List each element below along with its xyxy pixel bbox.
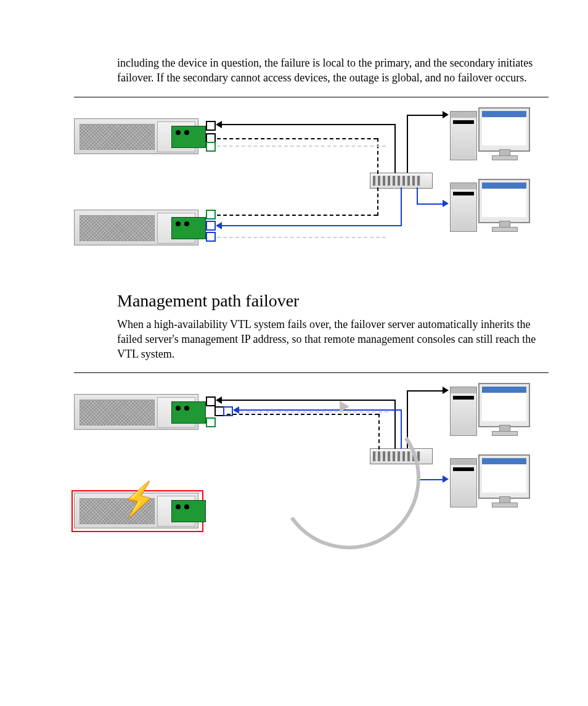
figure-after-failover: ⚡ (74, 382, 549, 554)
arrow-to-ws-bottom-blue-2 (443, 475, 449, 483)
arrow-to-ws-bottom-blue (443, 200, 449, 207)
arrow-to-surviving (216, 396, 222, 404)
wire-primary-h1 (222, 124, 394, 125)
port-secondary-3 (206, 232, 216, 242)
arrow-to-ws-top (443, 111, 449, 118)
standby-line-bottom (217, 237, 386, 238)
wire-primary-v1 (394, 124, 396, 173)
wire2-h2 (407, 390, 444, 392)
wire-blue-h2 (417, 203, 444, 205)
wire-switch-top-v (407, 115, 408, 173)
arrow-to-primary (216, 121, 222, 128)
standby-line-top (217, 146, 386, 147)
mgmt-paragraph: When a high-availability VTL system fail… (117, 317, 551, 362)
heartbeat-top (217, 138, 377, 139)
wire2-blue-h1 (239, 409, 401, 411)
nic-card-primary (171, 126, 206, 148)
workstation-bottom-2 (450, 454, 530, 510)
wire-blue-v2 (417, 187, 418, 205)
wire2-blue-h2 (417, 479, 444, 480)
port-primary-3 (206, 142, 216, 152)
port-secondary-2 (206, 221, 216, 231)
port-surv-green (206, 417, 216, 427)
heartbeat-bottom-v (377, 187, 378, 216)
nic-card-failed (171, 500, 206, 522)
workstation-bottom (450, 179, 530, 234)
port-surv-1 (206, 396, 216, 406)
arrow-to-secondary-blue (216, 222, 222, 229)
port-secondary-1 (206, 210, 216, 220)
figure-normal-operation (74, 106, 549, 266)
arrow-to-ws-top-2 (443, 387, 449, 394)
heartbeat-top-v (377, 138, 378, 174)
figure-rule-top-1 (74, 97, 549, 97)
wire-blue-h1 (222, 225, 401, 226)
wire2-h1 (222, 400, 394, 401)
ethernet-switch (370, 173, 433, 189)
wire-blue-v1 (401, 187, 402, 226)
heartbeat-bottom (217, 215, 377, 216)
lightning-bolt-icon: ⚡ (122, 475, 157, 523)
nic-card-secondary (171, 217, 206, 239)
wire-switch-top-h (407, 115, 444, 116)
heading-management-path-failover: Management path failover (117, 291, 551, 311)
nic-card-surviving (171, 401, 206, 424)
arrow-blue-to-surviving (233, 406, 239, 414)
intro-paragraph: including the device in question, the fa… (117, 55, 551, 86)
port-primary-1 (206, 121, 216, 131)
workstation-top-2 (450, 383, 530, 438)
figure-rule-top-2 (74, 372, 549, 373)
workstation-top (450, 107, 530, 163)
